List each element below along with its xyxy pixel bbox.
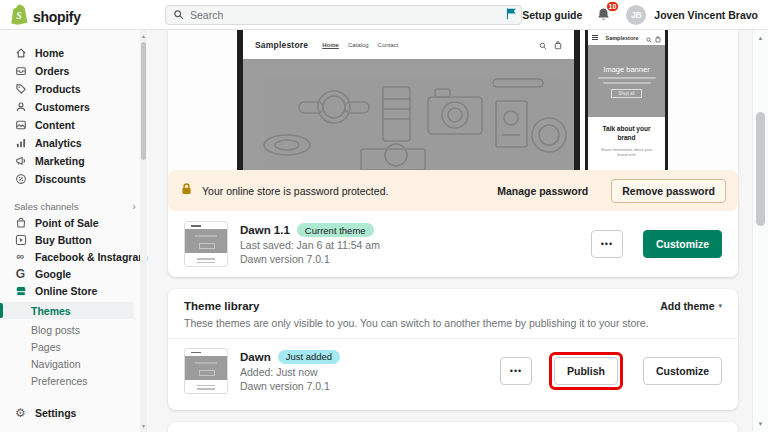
added-text: Added: Just now	[240, 366, 340, 378]
theme-library-description: These themes are only visible to you. Yo…	[168, 312, 738, 338]
preview-search-icon	[539, 36, 547, 54]
customize-button[interactable]: Customize	[643, 357, 722, 385]
tag-icon	[14, 83, 27, 96]
shopify-bag-icon: S	[10, 4, 29, 29]
theme-library-title: Theme library	[184, 300, 259, 312]
scroll-up-icon[interactable]: ▲	[753, 32, 768, 44]
sidebar-item-blog-posts[interactable]: Blog posts	[0, 321, 148, 338]
main-scrollbar-thumb[interactable]	[756, 112, 765, 226]
sidebar-item-settings[interactable]: ⚙ Settings	[0, 404, 148, 422]
chevron-right-icon: ›	[132, 200, 136, 212]
just-added-badge: Just added	[278, 350, 340, 364]
sidebar-item-products[interactable]: Products	[0, 80, 148, 98]
main-scrollbar: ▲ ▼	[752, 30, 768, 432]
orders-icon	[14, 65, 27, 78]
google-icon: G	[14, 267, 27, 280]
theme-preview-area: Samplestore Home Catalog Contact	[168, 30, 738, 170]
shopify-logo[interactable]: S shopify	[10, 4, 81, 29]
shopify-wordmark: shopify	[33, 9, 81, 25]
theme-library-card: Theme library Add theme ▾ These themes a…	[168, 289, 738, 410]
hamburger-icon	[592, 34, 598, 41]
last-saved-text: Last saved: Jan 6 at 11:54 am	[240, 239, 380, 251]
sidebar-item-buy-button[interactable]: Buy Button	[0, 231, 148, 248]
person-icon	[14, 101, 27, 114]
sidebar-item-customers[interactable]: Customers	[0, 98, 148, 116]
sidebar-item-facebook-instagram[interactable]: ∞ Facebook & Instagram	[0, 248, 148, 265]
buy-button-icon	[14, 233, 27, 246]
current-theme-row: Dawn 1.1 Current theme Last saved: Jan 6…	[168, 211, 738, 277]
user-menu[interactable]: JB Joven Vincent Bravo	[626, 5, 758, 25]
scroll-down-icon[interactable]: ▼	[753, 418, 768, 430]
svg-text:S: S	[16, 10, 22, 21]
sidebar-item-pages[interactable]: Pages	[0, 338, 148, 355]
publish-button[interactable]: Publish	[554, 357, 618, 385]
theme-version-text: Dawn version 7.0.1	[240, 253, 380, 265]
sidebar-item-orders[interactable]: Orders	[0, 62, 148, 80]
theme-name: Dawn	[240, 351, 271, 363]
scroll-up-icon[interactable]: ▲	[140, 31, 147, 41]
setup-guide-button[interactable]: Setup guide	[505, 6, 582, 24]
publish-annotation-box: Publish	[549, 352, 623, 390]
more-actions-button[interactable]: •••	[591, 230, 623, 258]
next-section-card	[168, 422, 738, 432]
current-theme-card: Samplestore Home Catalog Contact	[168, 30, 738, 277]
top-bar: S shopify Setup guide	[0, 0, 768, 30]
customize-button[interactable]: Customize	[643, 230, 722, 258]
gear-icon: ⚙	[14, 407, 27, 420]
sidebar-nav: Home Orders Products Customers Content A…	[0, 30, 148, 432]
avatar: JB	[626, 5, 646, 25]
bar-chart-icon	[14, 137, 27, 150]
scroll-down-icon[interactable]: ▼	[140, 421, 147, 431]
user-name: Joven Vincent Bravo	[654, 9, 758, 21]
library-theme-row: Dawn Just added Added: Just now Dawn ver…	[168, 338, 738, 402]
remove-password-button[interactable]: Remove password	[611, 179, 726, 203]
sidebar-item-point-of-sale[interactable]: Point of Sale	[0, 214, 148, 231]
discount-icon	[14, 173, 27, 186]
mobile-image-banner: Image banner Shop all	[588, 45, 665, 117]
manage-password-button[interactable]: Manage password	[497, 185, 588, 197]
storefront-icon	[14, 284, 27, 297]
sidebar-item-home[interactable]: Home	[0, 44, 148, 62]
theme-version-text: Dawn version 7.0.1	[240, 380, 340, 392]
sidebar-item-content[interactable]: Content	[0, 116, 148, 134]
chevron-down-icon: ▾	[718, 302, 722, 310]
more-actions-button[interactable]: •••	[500, 357, 532, 385]
search-icon	[173, 6, 184, 24]
preview-cart-icon	[554, 36, 562, 54]
sidebar-scrollbar: ▲ ▼	[140, 30, 147, 432]
sales-channels-header[interactable]: Sales channels ›	[0, 198, 148, 214]
sidebar-item-discounts[interactable]: Discounts	[0, 170, 148, 188]
preview-nav: Home Catalog Contact	[322, 42, 398, 48]
lock-icon	[180, 182, 193, 200]
sidebar-item-google[interactable]: G Google	[0, 265, 148, 282]
theme-name: Dawn 1.1	[240, 224, 290, 236]
sidebar-item-navigation[interactable]: Navigation	[0, 355, 148, 372]
megaphone-icon	[14, 155, 27, 168]
password-protected-banner: Your online store is password protected.…	[168, 170, 738, 211]
sidebar-item-themes[interactable]: Themes	[0, 302, 134, 319]
global-search[interactable]	[165, 5, 522, 25]
facebook-instagram-icon: ∞	[14, 250, 27, 263]
sidebar-scrollbar-thumb[interactable]	[141, 42, 146, 160]
notifications-button[interactable]: 10	[596, 7, 612, 23]
sidebar-item-analytics[interactable]: Analytics	[0, 134, 148, 152]
search-input[interactable]	[190, 9, 514, 21]
add-theme-button[interactable]: Add theme ▾	[660, 300, 722, 312]
preview-store-name: Samplestore	[255, 40, 308, 50]
banner-subtitle-line	[598, 77, 656, 79]
notification-count-badge: 10	[606, 1, 620, 12]
hero-illustration	[243, 59, 574, 170]
flag-icon	[505, 6, 517, 24]
desktop-theme-preview: Samplestore Home Catalog Contact	[237, 30, 580, 170]
sidebar-item-preferences[interactable]: Preferences	[0, 372, 148, 389]
theme-thumbnail	[184, 348, 228, 394]
pos-bag-icon	[14, 216, 27, 229]
mobile-theme-preview: Samplestore Image banner Shop all Talk a…	[585, 30, 668, 170]
banner-subtitle-line	[603, 82, 651, 84]
content-icon	[14, 119, 27, 132]
sidebar-item-marketing[interactable]: Marketing	[0, 152, 148, 170]
home-icon	[14, 47, 27, 60]
preview-store-name-mobile: Samplestore	[605, 35, 638, 41]
sidebar-item-online-store[interactable]: Online Store	[0, 282, 148, 299]
current-theme-badge: Current theme	[297, 223, 374, 237]
